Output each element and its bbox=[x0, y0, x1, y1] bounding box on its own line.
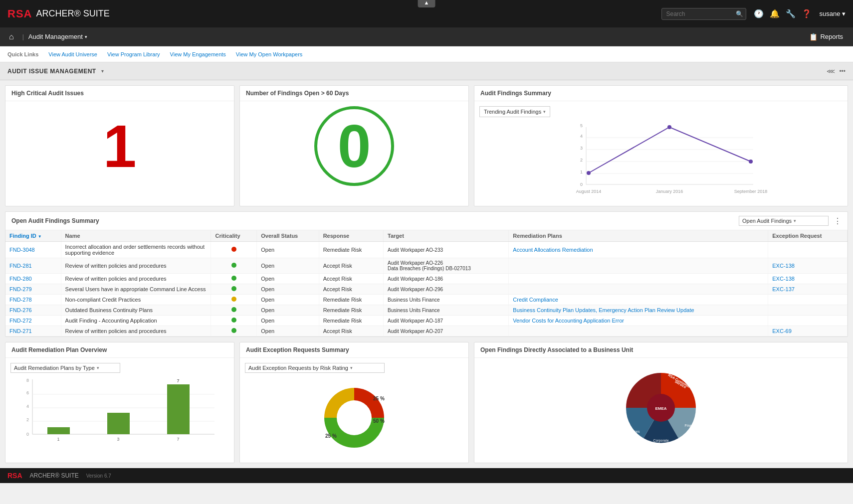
cell-finding-id: FND-280 bbox=[5, 274, 61, 284]
share-icon[interactable]: ⋘ bbox=[827, 68, 835, 75]
help-icon[interactable]: ❓ bbox=[802, 9, 812, 18]
svg-text:25 %: 25 % bbox=[325, 433, 337, 439]
svg-text:1: 1 bbox=[580, 169, 583, 174]
col-response[interactable]: Response bbox=[319, 230, 383, 242]
bell-icon[interactable]: 🔔 bbox=[770, 9, 780, 18]
quick-link-program-library[interactable]: View Program Library bbox=[107, 51, 160, 57]
remediation-dropdown-arrow: ▾ bbox=[97, 365, 99, 370]
col-exception-request[interactable]: Exception Request bbox=[768, 230, 848, 242]
cell-status: Open bbox=[257, 284, 319, 295]
quick-link-audit-universe[interactable]: View Audit Universe bbox=[48, 51, 97, 57]
cell-name: Non-compliant Credit Practices bbox=[61, 295, 211, 305]
collapse-button[interactable]: ▲ bbox=[418, 0, 435, 7]
quick-link-my-engagements[interactable]: View My Engagements bbox=[170, 51, 226, 57]
cell-criticality bbox=[211, 305, 257, 316]
col-remediation-plans[interactable]: Remediation Plans bbox=[509, 230, 768, 242]
panel-remediation: Audit Remediation Plan Overview Audit Re… bbox=[5, 342, 234, 463]
col-name[interactable]: Name bbox=[61, 230, 211, 242]
exception-dropdown[interactable]: Audit Exception Requests by Risk Rating … bbox=[245, 363, 385, 373]
quick-link-open-workpapers[interactable]: View My Open Workpapers bbox=[236, 51, 302, 57]
cell-target: Business Units Finance bbox=[384, 305, 509, 316]
findings-dropdown[interactable]: Open Audit Findings ▾ bbox=[739, 216, 829, 226]
tools-icon[interactable]: 🔧 bbox=[786, 9, 796, 18]
exception-link[interactable]: EXC-69 bbox=[772, 328, 792, 334]
finding-id-link[interactable]: FND-271 bbox=[9, 328, 32, 334]
col-overall-status[interactable]: Overall Status bbox=[257, 230, 319, 242]
col-criticality[interactable]: Criticality bbox=[211, 230, 257, 242]
home-icon[interactable]: ⌂ bbox=[5, 32, 18, 41]
findings-table-container: Finding ID ▼ Name Criticality Overall St… bbox=[5, 230, 848, 336]
dashboard-dropdown-icon[interactable]: ▾ bbox=[101, 68, 104, 74]
footer-version: Version 6.7 bbox=[86, 473, 111, 479]
panel-exception-body: Audit Exception Requests by Risk Rating … bbox=[240, 358, 468, 463]
exception-link[interactable]: EXC-137 bbox=[772, 286, 795, 292]
pie-chart-container: EMEA RSA Customer Service Finance Corpor… bbox=[479, 368, 843, 448]
audit-management-nav[interactable]: Audit Management ▾ bbox=[28, 33, 87, 40]
finding-id-link[interactable]: FND-280 bbox=[9, 276, 32, 282]
findings-section-header: Open Audit Findings Summary Open Audit F… bbox=[5, 212, 848, 230]
cell-criticality bbox=[211, 316, 257, 326]
cell-target: Audit Workpaper AO-186 bbox=[384, 274, 509, 284]
svg-text:7: 7 bbox=[177, 437, 179, 442]
criticality-dot bbox=[231, 286, 236, 291]
reports-button[interactable]: 📋 Reports bbox=[804, 31, 848, 43]
cell-remediation bbox=[509, 284, 768, 295]
exception-link[interactable]: EXC-138 bbox=[772, 276, 795, 282]
panel-summary-header: Audit Findings Summary bbox=[474, 86, 848, 101]
cell-finding-id: FND-279 bbox=[5, 284, 61, 295]
svg-text:2: 2 bbox=[580, 158, 583, 163]
exception-link[interactable]: EXC-138 bbox=[772, 263, 795, 269]
search-icon[interactable]: 🔍 bbox=[736, 10, 743, 17]
cell-remediation: Account Allocations Remediation bbox=[509, 242, 768, 258]
cell-criticality bbox=[211, 284, 257, 295]
table-row: FND-276 Outdated Business Continuity Pla… bbox=[5, 305, 848, 316]
search-input[interactable] bbox=[666, 10, 736, 17]
cell-exception: EXC-138 bbox=[768, 274, 848, 284]
remediation-link[interactable]: Vendor Costs for Accounting Application … bbox=[513, 318, 624, 324]
search-box[interactable]: 🔍 bbox=[661, 8, 746, 20]
bar-chart: 0 2 4 6 8 1 bbox=[10, 377, 229, 447]
summary-dropdown-label: Trending Audit Findings bbox=[484, 109, 541, 115]
remediation-link[interactable]: Account Allocations Remediation bbox=[513, 247, 593, 253]
pie-chart-svg: EMEA RSA Customer Service Finance Corpor… bbox=[591, 368, 731, 448]
table-row: FND-271 Review of written policies and p… bbox=[5, 326, 848, 336]
finding-id-link[interactable]: FND-278 bbox=[9, 297, 32, 303]
panel-open-findings-bu-header: Open Findings Directly Associated to a B… bbox=[474, 342, 848, 358]
exception-dropdown-label: Audit Exception Requests by Risk Rating bbox=[248, 365, 348, 371]
cell-remediation: Credit Compliance bbox=[509, 295, 768, 305]
criticality-dot bbox=[231, 247, 236, 252]
svg-text:8: 8 bbox=[26, 378, 29, 383]
bar-1 bbox=[47, 427, 70, 434]
panel-exception-title: Audit Exception Requests Summary bbox=[246, 346, 349, 353]
panel-open-findings-bu-title: Open Findings Directly Associated to a B… bbox=[480, 346, 633, 353]
cell-remediation bbox=[509, 274, 768, 284]
footer-logo-rsa: RSA bbox=[7, 472, 22, 480]
cell-response: Remediate Risk bbox=[319, 242, 383, 258]
panel-summary-title: Audit Findings Summary bbox=[480, 90, 551, 97]
finding-id-link[interactable]: FND-279 bbox=[9, 286, 32, 292]
svg-text:7: 7 bbox=[177, 378, 179, 383]
panel-critical-issues: High Critical Audit Issues 1 bbox=[5, 85, 234, 206]
remediation-link[interactable]: Business Continuity Plan Updates, Emerge… bbox=[513, 307, 694, 313]
cell-name: Audit Finding - Accounting Application bbox=[61, 316, 211, 326]
findings-section-title: Open Audit Findings Summary bbox=[11, 217, 99, 224]
table-row: FND-3048 Incorrect allocation and order … bbox=[5, 242, 848, 258]
history-icon[interactable]: 🕐 bbox=[754, 9, 764, 18]
summary-dropdown[interactable]: Trending Audit Findings ▾ bbox=[479, 106, 550, 117]
panel-summary-body: Trending Audit Findings ▾ 0 1 2 3 4 5 bbox=[474, 101, 848, 206]
user-name[interactable]: susane ▾ bbox=[819, 10, 846, 17]
finding-id-link[interactable]: FND-281 bbox=[9, 263, 32, 269]
cell-response: Accept Risk bbox=[319, 274, 383, 284]
finding-id-link[interactable]: FND-276 bbox=[9, 307, 32, 313]
remediation-link[interactable]: Credit Compliance bbox=[513, 297, 558, 303]
more-options-icon[interactable]: ••• bbox=[839, 68, 846, 75]
top-icons: 🕐 🔔 🔧 ❓ bbox=[754, 9, 812, 18]
finding-id-link[interactable]: FND-272 bbox=[9, 318, 32, 324]
col-target[interactable]: Target bbox=[384, 230, 509, 242]
cell-criticality bbox=[211, 274, 257, 284]
remediation-dropdown[interactable]: Audit Remediation Plans by Type ▾ bbox=[10, 363, 120, 373]
footer-logo-archer: ARCHER® SUITE bbox=[30, 472, 79, 479]
col-finding-id[interactable]: Finding ID ▼ bbox=[5, 230, 61, 242]
finding-id-link[interactable]: FND-3048 bbox=[9, 247, 35, 253]
findings-more-icon[interactable]: ⋮ bbox=[834, 216, 842, 226]
